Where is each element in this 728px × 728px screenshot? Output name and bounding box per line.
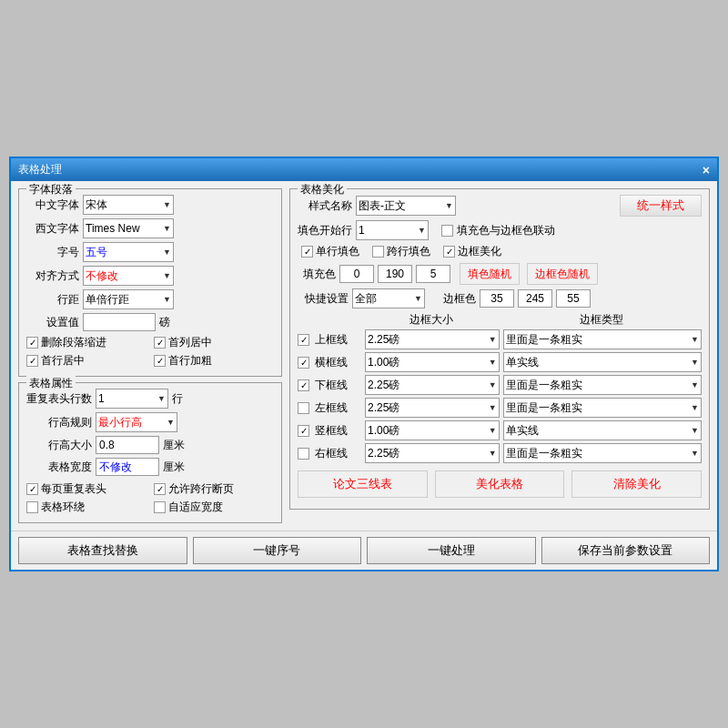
- fill-start-label: 填色开始行: [298, 223, 352, 238]
- border-b-input[interactable]: [556, 289, 591, 308]
- border-check-2[interactable]: [298, 379, 309, 391]
- border-size-arrow-1: ▼: [489, 358, 497, 367]
- border-type-arrow-4: ▼: [691, 426, 699, 435]
- quick-set-select[interactable]: 全部 ▼: [352, 288, 425, 308]
- close-button[interactable]: ×: [703, 163, 710, 177]
- border-type-arrow-3: ▼: [691, 403, 699, 412]
- fill-cross-check[interactable]: [372, 246, 384, 258]
- en-font-select[interactable]: Times New ▼: [83, 218, 174, 238]
- beautify-table-button[interactable]: 美化表格: [435, 470, 565, 498]
- fill-single-check[interactable]: [301, 246, 313, 258]
- table-attr-section: 表格属性 重复表头行数 1 ▼ 行 行高规则 最小行高 ▼: [18, 382, 282, 523]
- bottom-btn-2[interactable]: 一键处理: [367, 537, 536, 564]
- row-height-row: 行高大小 厘米: [26, 436, 274, 454]
- align-row: 对齐方式 不修改 ▼: [26, 266, 274, 286]
- style-select[interactable]: 图表-正文 ▼: [356, 196, 456, 216]
- border-color-label: 边框色: [438, 291, 476, 307]
- set-value-input[interactable]: [83, 313, 156, 331]
- table-width-row: 表格宽度 厘米: [26, 458, 274, 476]
- check-first-row-center[interactable]: [26, 355, 38, 367]
- fill-start-row: 填色开始行 1 ▼ 填充色与边框色联动: [298, 220, 702, 240]
- font-section: 字体段落 中文字体 宋体 ▼ 西文字体 Times New ▼: [18, 188, 282, 377]
- unify-style-button[interactable]: 统一样式: [620, 195, 702, 217]
- border-type-header: 边框类型: [501, 312, 702, 328]
- fill-random-button[interactable]: 填色随机: [460, 263, 520, 285]
- fill-g-input[interactable]: [378, 265, 412, 283]
- border-size-arrow-0: ▼: [489, 335, 497, 344]
- border-size-select-3[interactable]: 2.25磅 ▼: [365, 398, 500, 418]
- fill-color-link-check[interactable]: [441, 225, 453, 237]
- row-height-input[interactable]: [96, 436, 159, 454]
- border-type-select-1[interactable]: 单实线 ▼: [503, 352, 702, 372]
- border-size-select-2[interactable]: 2.25磅 ▼: [365, 375, 500, 395]
- thesis-three-line-button[interactable]: 论文三线表: [298, 470, 428, 498]
- fill-color-link-label: 填充色与边框色联动: [457, 223, 555, 238]
- border-g-input[interactable]: [518, 289, 552, 308]
- font-checkboxes: 删除段落缩进 首列居中 首行居中 首行加粗: [26, 335, 274, 369]
- border-type-select-3[interactable]: 里面是一条粗实 ▼: [503, 398, 702, 418]
- check-wrap-box[interactable]: [26, 501, 38, 513]
- border-size-select-0[interactable]: 2.25磅 ▼: [365, 329, 500, 349]
- check-auto-width-box[interactable]: [154, 501, 166, 513]
- fill-r-input[interactable]: [339, 265, 374, 283]
- quick-set-label: 快捷设置: [298, 291, 349, 307]
- border-check-row-2: 下框线: [298, 378, 361, 393]
- border-check-0[interactable]: [298, 334, 309, 346]
- align-label: 对齐方式: [26, 268, 79, 284]
- check-repeat-header-box[interactable]: [26, 483, 38, 495]
- table-width-input[interactable]: [96, 458, 159, 476]
- border-type-select-0[interactable]: 里面是一条粗实 ▼: [503, 329, 702, 349]
- repeat-rows-select[interactable]: 1 ▼: [96, 389, 168, 409]
- bottom-btn-0[interactable]: 表格查找替换: [18, 537, 187, 564]
- border-check-3[interactable]: [298, 402, 309, 414]
- fill-start-select[interactable]: 1 ▼: [356, 220, 429, 240]
- window-title: 表格处理: [18, 162, 62, 177]
- size-select[interactable]: 五号 ▼: [83, 242, 174, 262]
- border-beautify-check[interactable]: [443, 246, 455, 258]
- bottom-bar: 表格查找替换一键序号一键处理保存当前参数设置: [11, 531, 717, 570]
- border-check-4[interactable]: [298, 425, 309, 437]
- cn-font-select[interactable]: 宋体 ▼: [83, 195, 174, 215]
- set-value-unit: 磅: [159, 315, 170, 330]
- border-size-select-4[interactable]: 1.00磅 ▼: [365, 420, 500, 440]
- clear-beautify-button[interactable]: 清除美化: [571, 470, 702, 498]
- size-arrow: ▼: [163, 248, 171, 257]
- fill-start-arrow: ▼: [418, 226, 426, 235]
- fill-single-row: 单行填色: [301, 244, 359, 259]
- border-type-select-5[interactable]: 里面是一条粗实 ▼: [503, 443, 702, 463]
- row-height-unit: 厘米: [163, 438, 185, 453]
- border-size-select-1[interactable]: 1.00磅 ▼: [365, 352, 500, 372]
- border-size-arrow-2: ▼: [489, 380, 497, 389]
- font-section-title: 字体段落: [26, 182, 76, 197]
- cn-font-label: 中文字体: [26, 197, 79, 213]
- check-wrap-label: 表格环绕: [41, 500, 85, 515]
- align-select[interactable]: 不修改 ▼: [83, 266, 174, 286]
- bottom-btn-3[interactable]: 保存当前参数设置: [541, 537, 711, 564]
- border-size-arrow-4: ▼: [489, 426, 497, 435]
- border-check-5[interactable]: [298, 448, 309, 460]
- border-r-input[interactable]: [480, 289, 514, 308]
- style-row: 样式名称 图表-正文 ▼ 统一样式: [298, 195, 702, 217]
- border-rows: 上框线 2.25磅 ▼ 里面是一条粗实 ▼ 横框线 1.00磅 ▼ 单实线 ▼: [298, 329, 702, 463]
- check-first-col-center[interactable]: [154, 337, 166, 349]
- check-allow-break-box[interactable]: [154, 483, 166, 495]
- fill-b-input[interactable]: [416, 265, 450, 283]
- en-font-row: 西文字体 Times New ▼: [26, 218, 274, 238]
- row-height-rule-row: 行高规则 最小行高 ▼: [26, 412, 274, 432]
- line-spacing-select[interactable]: 单倍行距 ▼: [83, 289, 174, 309]
- repeat-rows-row: 重复表头行数 1 ▼ 行: [26, 389, 274, 409]
- border-size-select-5[interactable]: 2.25磅 ▼: [365, 443, 500, 463]
- border-type-arrow-1: ▼: [691, 358, 699, 367]
- check-first-row-bold[interactable]: [154, 355, 166, 367]
- check-row-2: 首行居中: [26, 353, 147, 369]
- bottom-btn-1[interactable]: 一键序号: [193, 537, 362, 564]
- border-color-random-button[interactable]: 边框色随机: [527, 263, 598, 285]
- border-check-1[interactable]: [298, 357, 309, 369]
- style-label: 样式名称: [298, 198, 352, 214]
- border-label-2: 下框线: [315, 378, 348, 393]
- check-delete-indent[interactable]: [26, 337, 38, 349]
- border-type-select-2[interactable]: 里面是一条粗实 ▼: [503, 375, 702, 395]
- row-height-rule-select[interactable]: 最小行高 ▼: [96, 412, 177, 432]
- border-type-select-4[interactable]: 单实线 ▼: [503, 420, 702, 440]
- title-bar: 表格处理 ×: [11, 158, 717, 181]
